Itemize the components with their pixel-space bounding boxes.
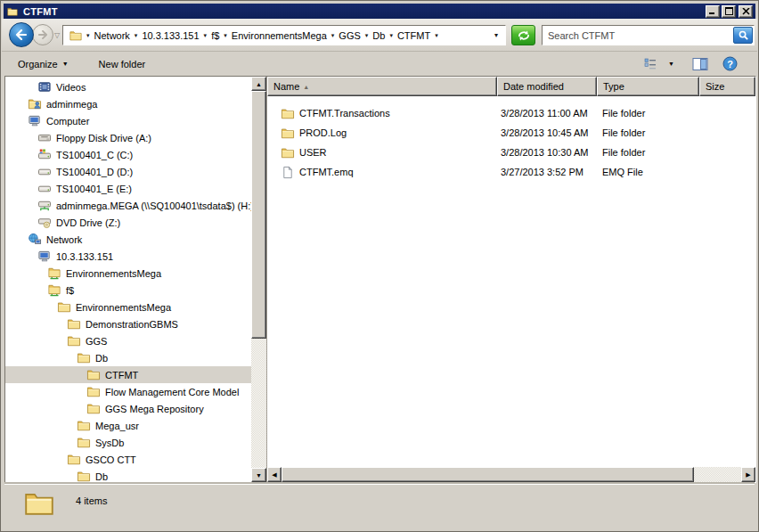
refresh-button[interactable]: [511, 25, 535, 45]
file-date-modified: 3/27/2013 3:52 PM: [497, 167, 597, 177]
sort-ascending-icon: ▲: [303, 84, 309, 90]
tree-item[interactable]: GGS Mega Repository: [5, 400, 251, 417]
close-button[interactable]: [739, 5, 753, 18]
tree-item[interactable]: DemonstrationGBMS: [5, 315, 251, 332]
folder-icon[interactable]: [69, 29, 83, 42]
tree-item-label: TS100401_E (E:): [56, 184, 132, 194]
tree-item[interactable]: CTFMT: [5, 366, 251, 383]
file-row[interactable]: CTFMT.Transactions3/28/2013 11:00 AMFile…: [267, 103, 755, 123]
file-type: File folder: [597, 127, 699, 138]
tree-item[interactable]: Floppy Disk Drive (A:): [5, 129, 251, 146]
tree-item[interactable]: DVD Drive (Z:): [5, 214, 251, 231]
breadcrumb-item[interactable]: Db: [370, 29, 388, 43]
tree-scrollbar-thumb[interactable]: [251, 91, 266, 339]
breadcrumb-dropdown-icon[interactable]: ▾: [202, 32, 209, 39]
breadcrumb-dropdown-icon[interactable]: ▾: [222, 32, 229, 39]
maximize-button[interactable]: [722, 5, 736, 18]
folder-icon: [6, 6, 19, 17]
tree-item-label: DVD Drive (Z:): [56, 217, 120, 228]
files-scrollbar-thumb[interactable]: [282, 467, 694, 482]
folder-icon: [77, 470, 91, 482]
files-scrollbar-track[interactable]: [694, 467, 741, 482]
organize-button[interactable]: Organize ▼: [11, 55, 76, 73]
back-button[interactable]: [9, 22, 34, 47]
breadcrumb-dropdown-icon[interactable]: ▾: [388, 32, 395, 39]
tree-item[interactable]: adminmega: [5, 95, 251, 112]
tree-item[interactable]: f$: [5, 282, 251, 299]
breadcrumb-item[interactable]: Network: [92, 29, 133, 43]
breadcrumb-dropdown-icon[interactable]: ▾: [85, 32, 92, 39]
file-row[interactable]: USER3/28/2013 10:30 AMFile folder: [267, 143, 755, 162]
tree-item[interactable]: GSCO CTT: [5, 451, 251, 468]
minimize-button[interactable]: [706, 5, 720, 18]
tree-item[interactable]: Db: [5, 349, 251, 366]
files-horizontal-scrollbar[interactable]: ◀ ▶: [267, 467, 755, 482]
breadcrumb-item[interactable]: GGS: [336, 29, 363, 43]
help-icon[interactable]: ?: [719, 53, 741, 74]
breadcrumb[interactable]: ▾Network▾10.3.133.151▾f$▾EnvironnementsM…: [62, 25, 506, 45]
command-bar: Organize ▼ New folder ▼: [2, 52, 757, 76]
folder-icon: [77, 419, 91, 432]
tree-item-label: CTFMT: [105, 370, 138, 381]
shared-folder-icon: [47, 266, 61, 280]
tree-item[interactable]: Db: [5, 468, 251, 482]
breadcrumb-item[interactable]: 10.3.133.151: [139, 29, 201, 43]
breadcrumb-dropdown-icon[interactable]: ▾: [433, 32, 440, 39]
column-header-type[interactable]: Type: [597, 77, 699, 96]
tree-item[interactable]: TS100401_C (C:): [5, 146, 251, 163]
file-name: PROD.Log: [299, 127, 347, 138]
breadcrumb-overflow-chevron[interactable]: ▾: [491, 31, 502, 39]
tree-item[interactable]: adminmega.MEGA (\\SQ100401\tsdata$) (H:): [5, 197, 251, 214]
preview-pane-button[interactable]: [689, 54, 712, 74]
breadcrumb-item[interactable]: EnvironnementsMega: [229, 29, 330, 43]
file-name-cell: USER: [267, 146, 497, 160]
tree-item[interactable]: Flow Management Core Model: [5, 383, 251, 400]
search-icon[interactable]: [733, 27, 753, 44]
tree-item-label: GGS: [86, 336, 107, 347]
new-folder-button[interactable]: New folder: [92, 55, 153, 73]
user-folder-icon: [28, 97, 42, 110]
tree-item-label: adminmega.MEGA (\\SQ100401\tsdata$) (H:): [56, 201, 251, 211]
file-date-modified: 3/28/2013 11:00 AM: [497, 108, 597, 119]
column-header-size[interactable]: Size: [699, 77, 755, 96]
scroll-down-icon[interactable]: ▼: [251, 468, 266, 482]
breadcrumb-item[interactable]: CTFMT: [395, 29, 433, 43]
folder-icon: [77, 436, 91, 449]
views-button[interactable]: [640, 54, 661, 73]
column-header-name[interactable]: Name ▲: [267, 77, 497, 96]
tree-item-label: adminmega: [46, 99, 97, 110]
tree-item[interactable]: Computer: [5, 112, 251, 129]
title-bar[interactable]: CTFMT: [4, 4, 755, 19]
tree-item-label: Network: [46, 234, 82, 245]
file-row[interactable]: CTFMT.emq3/27/2013 3:52 PMEMQ File: [267, 162, 755, 182]
tree-item-label: Db: [95, 471, 108, 482]
scroll-up-icon[interactable]: ▲: [251, 77, 266, 91]
column-header-date-modified[interactable]: Date modified: [497, 77, 597, 96]
scroll-left-icon[interactable]: ◀: [267, 467, 282, 482]
tree-vertical-scrollbar[interactable]: ▲ ▼: [251, 77, 266, 482]
tree-item[interactable]: SysDb: [5, 434, 251, 451]
recent-pages-dropdown[interactable]: ▽: [54, 31, 60, 39]
tree-item[interactable]: Mega_usr: [5, 417, 251, 434]
breadcrumb-dropdown-icon[interactable]: ▾: [330, 32, 337, 39]
scroll-right-icon[interactable]: ▶: [741, 467, 755, 482]
tree-item[interactable]: Network: [5, 231, 251, 248]
views-dropdown-arrow[interactable]: ▼: [668, 61, 674, 67]
tree-item[interactable]: GGS: [5, 332, 251, 349]
svg-text:?: ?: [727, 59, 733, 70]
tree-item[interactable]: EnvironnementsMega: [5, 265, 251, 282]
folder-icon: [67, 334, 81, 348]
tree-item[interactable]: 10.3.133.151: [5, 248, 251, 265]
tree-item[interactable]: TS100401_D (D:): [5, 163, 251, 180]
tree-scrollbar-track[interactable]: [251, 339, 266, 468]
file-row[interactable]: PROD.Log3/28/2013 10:45 AMFile folder: [267, 123, 755, 143]
forward-button[interactable]: [32, 24, 53, 45]
breadcrumb-dropdown-icon[interactable]: ▾: [363, 32, 371, 39]
tree-item[interactable]: Videos: [5, 78, 251, 95]
breadcrumb-dropdown-icon[interactable]: ▾: [133, 32, 140, 39]
search-box: [542, 25, 755, 45]
search-input[interactable]: [543, 30, 733, 41]
breadcrumb-item[interactable]: f$: [208, 29, 222, 43]
tree-item[interactable]: EnvironnementsMega: [5, 299, 251, 315]
tree-item[interactable]: TS100401_E (E:): [5, 180, 251, 197]
